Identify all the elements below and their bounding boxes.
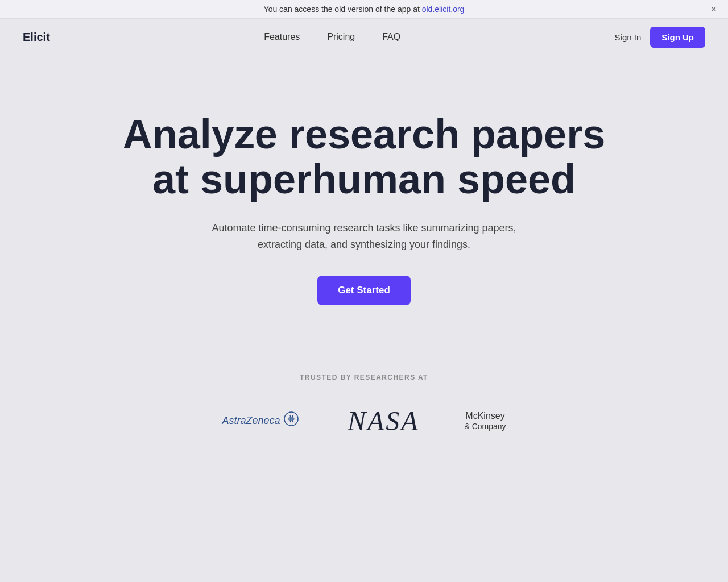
navbar: Elicit Features Pricing FAQ Sign In Sign… bbox=[0, 19, 728, 55]
trusted-label: TRUSTED BY RESEARCHERS AT bbox=[300, 373, 428, 381]
mckinsey-text-2: & Company bbox=[464, 422, 506, 431]
banner-text: You can access the old version of the ap… bbox=[264, 5, 422, 14]
close-banner-button[interactable]: × bbox=[710, 4, 717, 14]
mckinsey-text-1: McKinsey bbox=[465, 410, 504, 421]
announcement-banner: You can access the old version of the ap… bbox=[0, 0, 728, 19]
trusted-section: TRUSTED BY RESEARCHERS AT AstraZeneca NA… bbox=[0, 339, 728, 460]
mckinsey-logo: McKinsey & Company bbox=[464, 410, 506, 431]
hero-title: Analyze research papers at superhuman sp… bbox=[108, 112, 620, 202]
get-started-button[interactable]: Get Started bbox=[317, 276, 411, 305]
astrazeneca-text: AstraZeneca bbox=[222, 415, 280, 427]
logos-row: AstraZeneca NASA McKinsey & Company bbox=[222, 404, 506, 438]
astrazeneca-icon bbox=[283, 411, 299, 430]
nasa-logo: NASA bbox=[345, 404, 419, 438]
nav-links: Features Pricing FAQ bbox=[264, 32, 400, 42]
hero-section: Analyze research papers at superhuman sp… bbox=[0, 55, 728, 339]
signup-button[interactable]: Sign Up bbox=[650, 27, 705, 48]
astrazeneca-logo: AstraZeneca bbox=[222, 411, 299, 430]
navbar-actions: Sign In Sign Up bbox=[615, 27, 705, 48]
nav-features[interactable]: Features bbox=[264, 32, 300, 42]
banner-link[interactable]: old.elicit.org bbox=[422, 5, 465, 14]
logo[interactable]: Elicit bbox=[23, 31, 50, 44]
signin-button[interactable]: Sign In bbox=[615, 32, 642, 42]
nav-faq[interactable]: FAQ bbox=[382, 32, 400, 42]
hero-subtitle: Automate time-consuming research tasks l… bbox=[205, 220, 523, 253]
svg-text:NASA: NASA bbox=[347, 406, 419, 435]
nav-pricing[interactable]: Pricing bbox=[327, 32, 355, 42]
